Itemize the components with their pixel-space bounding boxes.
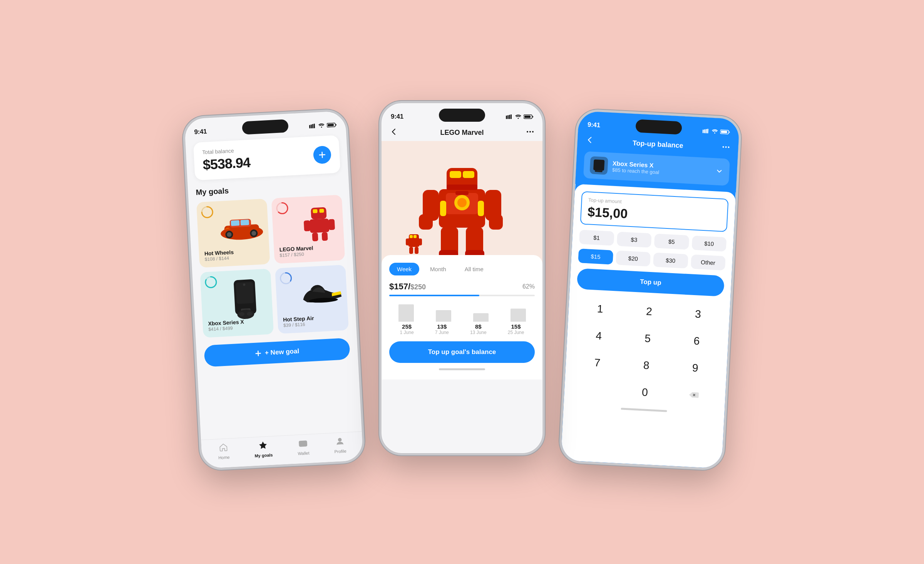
- svg-rect-88: [721, 131, 727, 133]
- wallet-icon: [298, 438, 308, 450]
- svg-point-86: [714, 133, 715, 134]
- topup-title: Top-up balance: [632, 139, 683, 150]
- svg-rect-51: [532, 116, 533, 118]
- svg-rect-77: [413, 235, 417, 238]
- svg-rect-81: [415, 247, 418, 254]
- progress-amount: $157/$250: [389, 282, 426, 292]
- svg-rect-0: [309, 125, 310, 128]
- nav-my-goals[interactable]: My goals: [254, 440, 273, 458]
- svg-rect-6: [328, 124, 334, 126]
- back-button[interactable]: [389, 127, 398, 138]
- svg-rect-61: [463, 171, 474, 178]
- tab-week[interactable]: Week: [389, 263, 419, 275]
- home-indicator-2: [389, 363, 535, 372]
- txn-2: 13$ 7 June: [435, 323, 449, 335]
- svg-rect-21: [311, 207, 327, 220]
- numpad-5[interactable]: 5: [623, 324, 673, 354]
- quick-5[interactable]: $5: [654, 233, 689, 250]
- add-button[interactable]: [313, 146, 331, 164]
- svg-rect-23: [319, 209, 324, 213]
- topup-confirm-button[interactable]: Top up: [577, 268, 725, 297]
- goal-thumb: [589, 156, 608, 175]
- period-tabs: Week Month All time: [389, 263, 535, 275]
- home-icon: [219, 443, 228, 454]
- quick-30[interactable]: $30: [653, 252, 688, 269]
- tab-month[interactable]: Month: [422, 263, 454, 275]
- svg-rect-44: [506, 116, 507, 119]
- goal-info: Xbox Series X $85 to reach the goal: [612, 160, 711, 178]
- numpad-2[interactable]: 2: [624, 297, 675, 327]
- lego-image-area: [382, 141, 542, 264]
- nav-wallet[interactable]: Wallet: [297, 438, 309, 456]
- svg-rect-72: [440, 201, 446, 216]
- quick-20[interactable]: $20: [616, 250, 651, 267]
- numpad-1[interactable]: 1: [575, 294, 625, 324]
- numpad-3[interactable]: 3: [673, 299, 723, 329]
- txn-1: 25$ 1 June: [400, 323, 414, 335]
- quick-15[interactable]: $15: [578, 248, 613, 265]
- txn-3: 8$ 13 June: [470, 323, 487, 335]
- svg-point-53: [529, 131, 531, 133]
- numpad-6[interactable]: 6: [671, 326, 722, 356]
- top-up-goal-label: Top up goal's balance: [428, 348, 496, 356]
- topup-more-button[interactable]: [721, 142, 731, 153]
- phone-goals: 9:41 Total balance $538.94 My goals: [182, 108, 366, 471]
- quick-1[interactable]: $1: [579, 230, 614, 246]
- svg-point-48: [518, 118, 519, 119]
- quick-other[interactable]: Other: [690, 254, 725, 270]
- svg-rect-63: [455, 191, 469, 195]
- blue-section: Top-up balance Xbox Series X: [575, 132, 739, 193]
- svg-rect-25: [304, 220, 310, 232]
- txn-bars: [389, 302, 535, 322]
- detail-title: LEGO Marvel: [440, 129, 484, 137]
- lego-image: [295, 202, 343, 243]
- detail-area: Week Month All time $157/$250 62%: [382, 255, 542, 379]
- svg-rect-47: [511, 114, 512, 119]
- phone1-content: Total balance $538.94 My goals: [185, 132, 363, 469]
- transactions: 25$ 1 June 13$ 7 June 8$ 13 June 15$ 25 …: [389, 323, 535, 335]
- goal-card-hot-wheels[interactable]: Hot Wheels $108 / $144: [196, 199, 270, 268]
- balance-amount: $538.94: [203, 154, 251, 173]
- goals-section-title: My goals: [196, 180, 341, 197]
- profile-icon: [335, 436, 345, 448]
- tab-all-time[interactable]: All time: [457, 263, 491, 275]
- xbox-image: [220, 276, 272, 321]
- topup-back-button[interactable]: [585, 135, 594, 146]
- txn-4: 15$ 25 June: [508, 323, 524, 335]
- goal-card-lego[interactable]: LEGO Marvel $157 / $250: [271, 195, 345, 264]
- goal-ring-1: [200, 205, 214, 219]
- top-up-goal-button[interactable]: Top up goal's balance: [389, 341, 535, 363]
- svg-rect-85: [707, 129, 708, 133]
- quick-3[interactable]: $3: [616, 232, 651, 248]
- nav-profile[interactable]: Profile: [334, 436, 346, 454]
- status-icons-1: [309, 123, 337, 129]
- new-goal-button[interactable]: + New goal: [204, 338, 350, 367]
- topup-confirm-label: Top up: [640, 278, 661, 287]
- quick-amounts-2: $15 $20 $30 Other: [578, 248, 725, 270]
- numpad-4[interactable]: 4: [574, 321, 624, 351]
- nav-wallet-label: Wallet: [298, 451, 310, 456]
- numpad-9[interactable]: 9: [670, 353, 720, 383]
- svg-rect-26: [328, 219, 335, 230]
- quick-amounts: $1 $3 $5 $10: [579, 230, 726, 252]
- phone-detail: 9:41 LEGO Marvel: [379, 101, 545, 455]
- svg-rect-24: [310, 218, 330, 233]
- status-time-3: 9:41: [588, 121, 601, 129]
- quick-10[interactable]: $10: [691, 235, 726, 252]
- goal-card-xbox[interactable]: Xbox Series X $414 / $499: [200, 269, 274, 337]
- nav-home[interactable]: Home: [218, 443, 230, 460]
- numpad-7[interactable]: 7: [572, 348, 623, 378]
- goal-card-shoe[interactable]: Hot Step Air $39 / $116: [275, 265, 349, 334]
- numpad-delete[interactable]: [669, 380, 719, 410]
- nav-profile-label: Profile: [334, 449, 346, 454]
- svg-rect-89: [729, 131, 730, 133]
- more-button[interactable]: [526, 127, 535, 138]
- phones-container: 9:41 Total balance $538.94 My goals: [191, 105, 733, 459]
- svg-rect-27: [312, 233, 318, 242]
- svg-rect-45: [507, 115, 509, 119]
- svg-rect-3: [314, 124, 315, 128]
- numpad-8[interactable]: 8: [621, 351, 671, 380]
- numpad-0[interactable]: 0: [620, 378, 670, 407]
- svg-rect-78: [406, 238, 409, 245]
- svg-point-91: [725, 146, 726, 148]
